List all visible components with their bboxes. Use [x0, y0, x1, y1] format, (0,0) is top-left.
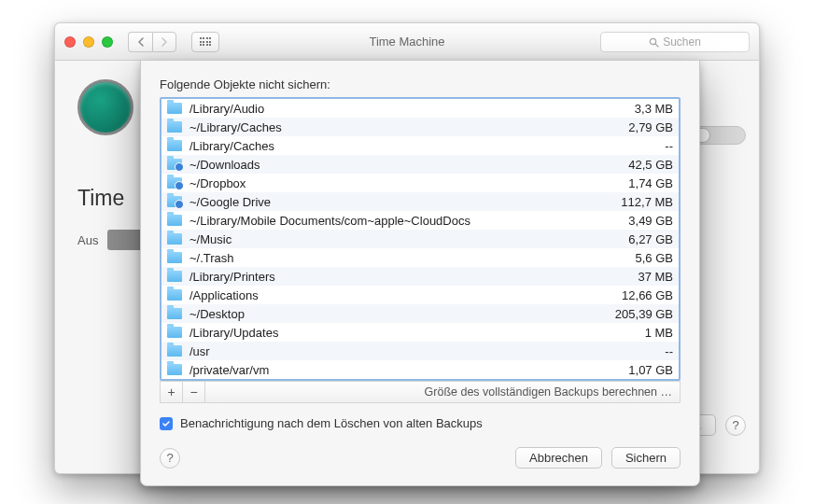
folder-icon	[167, 345, 182, 357]
item-path: ~/Library/Caches	[189, 120, 619, 134]
item-size: 37 MB	[628, 270, 673, 284]
switch-label: Aus	[77, 233, 98, 247]
item-path: ~/Music	[189, 232, 619, 246]
titlebar: Time Machine Suchen	[55, 23, 759, 61]
list-item[interactable]: ~/Library/Mobile Documents/com~apple~Clo…	[161, 211, 679, 230]
item-size: 1,07 GB	[619, 363, 673, 377]
list-item[interactable]: ~/Library/Caches2,79 GB	[161, 118, 679, 136]
item-path: ~/Library/Mobile Documents/com~apple~Clo…	[189, 214, 619, 228]
item-path: ~/.Trash	[189, 251, 626, 265]
svg-line-1	[655, 44, 658, 47]
item-size: 112,7 MB	[611, 195, 673, 209]
folder-icon	[167, 233, 182, 245]
check-icon	[161, 419, 171, 428]
svg-point-0	[650, 38, 655, 44]
item-size: 3,49 GB	[619, 214, 673, 228]
minimize-window-button[interactable]	[83, 36, 94, 48]
folder-icon	[167, 308, 182, 319]
list-item[interactable]: ~/Google Drive112,7 MB	[161, 192, 679, 211]
item-path: ~/Downloads	[189, 158, 619, 172]
folder-icon	[167, 289, 182, 301]
item-size: 3,3 MB	[625, 102, 673, 116]
search-icon	[649, 37, 659, 48]
save-button[interactable]: Sichern	[611, 447, 681, 469]
exclusions-sheet: Folgende Objekte nicht sichern: /Library…	[140, 60, 700, 486]
item-path: ~/Desktop	[189, 307, 606, 321]
item-size: --	[655, 344, 673, 358]
forward-button[interactable]	[152, 32, 176, 52]
sheet-button-row: ? Abbrechen Sichern	[160, 447, 681, 469]
folder-icon	[167, 215, 182, 226]
time-machine-icon	[77, 79, 133, 135]
folder-icon	[167, 364, 182, 375]
list-item[interactable]: /Library/Audio3,3 MB	[161, 99, 679, 118]
list-item[interactable]: ~/Downloads42,5 GB	[161, 155, 679, 174]
item-size: 6,27 GB	[619, 232, 673, 246]
item-path: /Library/Updates	[189, 326, 636, 340]
list-item[interactable]: /Library/Updates1 MB	[161, 323, 679, 342]
item-size: 12,66 GB	[612, 288, 673, 302]
item-size: --	[655, 139, 673, 153]
list-item[interactable]: ~/Music6,27 GB	[161, 230, 679, 248]
chevron-left-icon	[137, 37, 145, 47]
item-size: 1 MB	[636, 326, 673, 340]
list-item[interactable]: ~/.Trash5,6 GB	[161, 248, 679, 267]
list-item[interactable]: /Applications12,66 GB	[161, 286, 679, 304]
list-item[interactable]: /Library/Caches--	[161, 136, 679, 155]
folder-icon	[167, 327, 182, 338]
list-item[interactable]: /usr--	[161, 342, 679, 360]
item-path: /Library/Printers	[189, 270, 628, 284]
item-path: /private/var/vm	[189, 363, 619, 377]
list-item[interactable]: ~/Dropbox1,74 GB	[161, 174, 679, 192]
help-button[interactable]: ?	[725, 415, 746, 436]
item-size: 1,74 GB	[619, 176, 673, 190]
item-path: /Library/Caches	[189, 139, 655, 153]
remove-item-button[interactable]: −	[183, 382, 205, 402]
item-size: 5,6 GB	[626, 251, 673, 265]
sheet-help-button[interactable]: ?	[160, 448, 180, 469]
list-toolbar: + − Größe des vollständigen Backups bere…	[160, 381, 681, 403]
list-item[interactable]: /Library/Printers37 MB	[161, 267, 679, 286]
folder-icon	[167, 103, 182, 114]
back-button[interactable]	[128, 32, 152, 52]
item-path: ~/Dropbox	[189, 176, 619, 190]
close-window-button[interactable]	[64, 36, 76, 48]
item-path: ~/Google Drive	[189, 195, 611, 209]
item-size: 2,79 GB	[619, 120, 673, 134]
window-controls	[64, 36, 113, 48]
calculate-size-button[interactable]: Größe des vollständigen Backups berechne…	[425, 385, 680, 399]
folder-icon	[167, 140, 182, 151]
item-path: /Library/Audio	[189, 102, 625, 116]
folder-icon	[167, 271, 182, 282]
grid-icon	[200, 37, 212, 46]
zoom-window-button[interactable]	[102, 36, 113, 48]
notify-label: Benachrichtigung nach dem Löschen von al…	[180, 416, 483, 430]
search-field[interactable]: Suchen	[600, 32, 750, 52]
folder-icon	[167, 252, 182, 263]
folder-icon	[167, 159, 182, 170]
folder-icon	[167, 196, 182, 207]
list-item[interactable]: /private/var/vm1,07 GB	[161, 360, 679, 379]
folder-icon	[167, 121, 182, 133]
item-path: /Applications	[189, 288, 612, 302]
add-item-button[interactable]: +	[161, 382, 183, 402]
notify-row: Benachrichtigung nach dem Löschen von al…	[160, 416, 681, 430]
exclusions-list[interactable]: /Library/Audio3,3 MB~/Library/Caches2,79…	[160, 97, 681, 381]
search-placeholder: Suchen	[663, 35, 701, 49]
nav-back-forward	[128, 32, 176, 52]
sheet-heading: Folgende Objekte nicht sichern:	[160, 77, 681, 91]
cancel-button[interactable]: Abbrechen	[515, 447, 602, 469]
folder-icon	[167, 177, 182, 189]
show-all-button[interactable]	[191, 32, 219, 52]
item-size: 205,39 GB	[606, 307, 673, 321]
notify-checkbox[interactable]	[160, 417, 173, 430]
chevron-right-icon	[161, 37, 168, 47]
item-path: /usr	[189, 344, 655, 358]
list-item[interactable]: ~/Desktop205,39 GB	[161, 304, 679, 323]
item-size: 42,5 GB	[619, 158, 673, 172]
